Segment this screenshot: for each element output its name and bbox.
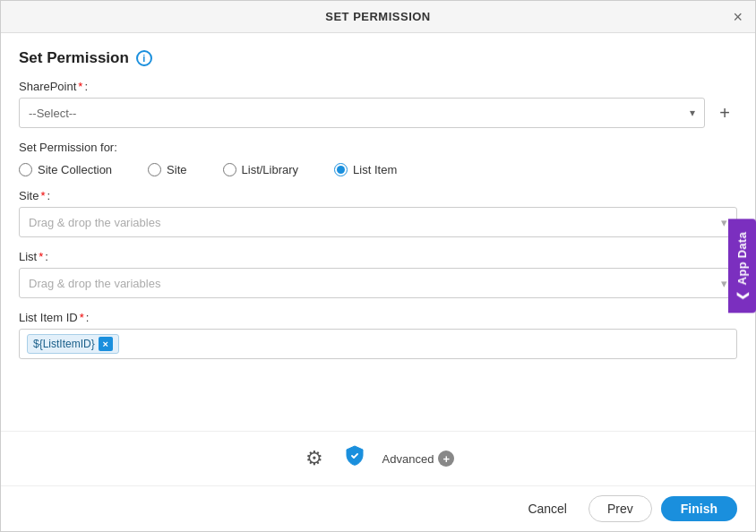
app-data-tab[interactable]: ❮ App Data bbox=[728, 219, 756, 313]
chevron-down-icon: ▾ bbox=[690, 107, 695, 119]
tag-value: ${ListItemID} bbox=[33, 338, 95, 350]
radio-site[interactable]: Site bbox=[148, 163, 186, 176]
dialog-header: SET PERMISSION × bbox=[1, 1, 755, 33]
radio-list-library[interactable]: List/Library bbox=[223, 163, 299, 176]
list-item-id-field-row: List Item ID*: ${ListItemID} × bbox=[19, 311, 737, 359]
shield-button[interactable] bbox=[339, 441, 370, 476]
app-data-chevron: ❮ bbox=[735, 290, 749, 300]
tag-close-button[interactable]: × bbox=[99, 337, 113, 351]
list-label: List*: bbox=[19, 250, 737, 263]
finish-button[interactable]: Finish bbox=[661, 496, 737, 521]
list-item-id-label: List Item ID*: bbox=[19, 311, 737, 324]
list-placeholder: Drag & drop the variables bbox=[29, 277, 160, 290]
info-icon[interactable]: i bbox=[136, 50, 152, 66]
shield-icon bbox=[343, 444, 366, 468]
radio-list-item[interactable]: List Item bbox=[334, 163, 397, 176]
site-placeholder: Drag & drop the variables bbox=[29, 216, 160, 229]
advanced-label: Advanced bbox=[382, 452, 434, 466]
radio-site-collection-input[interactable] bbox=[19, 163, 32, 176]
permission-for-row: Set Permission for: Site Collection Site… bbox=[19, 141, 737, 176]
chevron-down-icon: ▾ bbox=[721, 216, 727, 229]
radio-site-label: Site bbox=[167, 163, 186, 176]
radio-site-collection[interactable]: Site Collection bbox=[19, 163, 112, 176]
radio-site-collection-label: Site Collection bbox=[38, 163, 112, 176]
section-title: Set Permission i bbox=[19, 49, 737, 67]
advanced-plus-icon: + bbox=[438, 450, 454, 467]
sharepoint-select-wrapper: --Select-- ▾ + bbox=[19, 98, 737, 128]
list-item-id-tag: ${ListItemID} × bbox=[27, 334, 119, 354]
list-drag-drop[interactable]: Drag & drop the variables ▾ bbox=[19, 268, 737, 298]
add-sharepoint-button[interactable]: + bbox=[712, 100, 737, 125]
chevron-down-icon: ▾ bbox=[721, 277, 727, 290]
radio-list-item-label: List Item bbox=[353, 163, 397, 176]
dialog-body: Set Permission i SharePoint*: --Select--… bbox=[1, 33, 755, 431]
gear-button[interactable]: ⚙ bbox=[302, 443, 327, 474]
section-title-text: Set Permission bbox=[19, 49, 129, 67]
radio-list-library-label: List/Library bbox=[242, 163, 299, 176]
list-item-id-input[interactable]: ${ListItemID} × bbox=[19, 329, 737, 359]
sharepoint-select[interactable]: --Select-- ▾ bbox=[19, 98, 705, 128]
site-label: Site*: bbox=[19, 189, 737, 202]
sharepoint-placeholder: --Select-- bbox=[29, 107, 76, 120]
sharepoint-label: SharePoint*: bbox=[19, 80, 737, 93]
radio-list-item-input[interactable] bbox=[334, 163, 348, 176]
set-permission-dialog: SET PERMISSION × Set Permission i ShareP… bbox=[0, 0, 756, 532]
permission-for-label: Set Permission for: bbox=[19, 141, 737, 154]
advanced-button[interactable]: Advanced + bbox=[382, 450, 455, 467]
cancel-button[interactable]: Cancel bbox=[515, 496, 580, 521]
toolbar: ⚙ Advanced + bbox=[1, 431, 755, 485]
radio-list-library-input[interactable] bbox=[223, 163, 236, 176]
site-field-row: Site*: Drag & drop the variables ▾ bbox=[19, 189, 737, 237]
dialog-footer: Cancel Prev Finish bbox=[1, 485, 755, 531]
sharepoint-field-row: SharePoint*: --Select-- ▾ + bbox=[19, 80, 737, 128]
radio-site-input[interactable] bbox=[148, 163, 161, 176]
dialog-title: SET PERMISSION bbox=[325, 10, 431, 23]
list-field-row: List*: Drag & drop the variables ▾ bbox=[19, 250, 737, 298]
app-data-label: App Data bbox=[735, 232, 749, 285]
site-drag-drop[interactable]: Drag & drop the variables ▾ bbox=[19, 207, 737, 237]
radio-group: Site Collection Site List/Library List I… bbox=[19, 163, 737, 176]
close-button[interactable]: × bbox=[733, 9, 743, 25]
prev-button[interactable]: Prev bbox=[588, 495, 652, 522]
